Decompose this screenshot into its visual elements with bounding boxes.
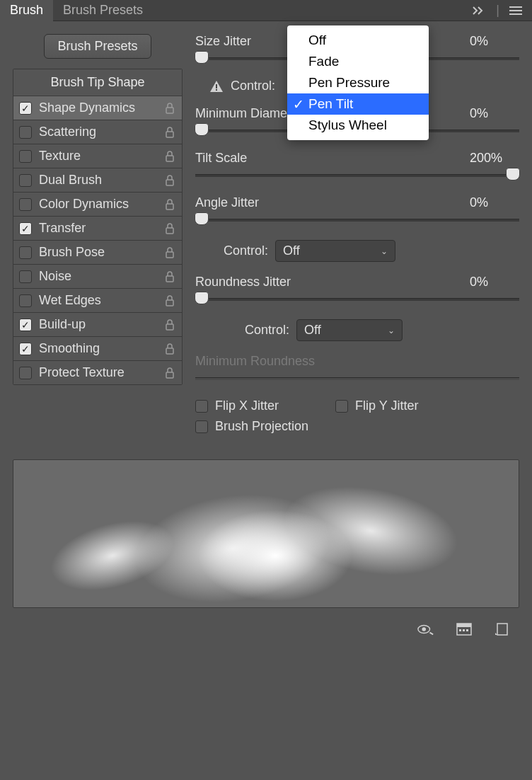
attr-label: Wet Edges [39,293,163,308]
attr-dual-brush[interactable]: Dual Brush [13,168,182,193]
svg-point-15 [422,627,426,631]
attr-label: Shape Dynamics [39,101,163,115]
checkbox-icon[interactable]: ✓ [19,319,32,331]
flip-x-jitter-checkbox[interactable]: Flip X Jitter [195,398,279,413]
min-roundness-label: Minimum Roundness [195,354,315,369]
attr-texture[interactable]: Texture [13,144,182,168]
svg-rect-3 [166,180,173,185]
lock-icon[interactable] [163,126,176,139]
min-diameter-value[interactable]: 0% [470,106,519,121]
attr-label: Noise [39,269,163,284]
attr-label: Color Dynamics [39,197,163,212]
checkbox-icon[interactable] [195,400,208,413]
checkbox-icon[interactable] [19,367,32,379]
lock-icon[interactable] [163,367,176,379]
attr-smoothing[interactable]: ✓ Smoothing [13,337,182,361]
lock-icon[interactable] [163,198,176,211]
angle-control-dropdown[interactable]: Off ⌄ [275,240,395,262]
checkbox-icon[interactable] [19,294,32,307]
menu-item-pen-tilt[interactable]: ✓Pen Tilt [287,93,429,115]
lock-icon[interactable] [163,222,176,235]
checkbox-icon[interactable] [195,420,208,433]
attr-label: Texture [39,149,163,164]
lock-icon[interactable] [163,319,176,331]
attr-wet-edges[interactable]: Wet Edges [13,289,182,313]
panel-tabs: Brush Brush Presets | [0,0,532,21]
checkbox-icon[interactable] [19,174,32,187]
checkbox-icon[interactable]: ✓ [19,343,32,355]
attr-color-dynamics[interactable]: Color Dynamics [13,193,182,217]
attr-build-up[interactable]: ✓ Build-up [13,313,182,337]
flip-y-jitter-checkbox[interactable]: Flip Y Jitter [335,398,418,413]
create-new-icon[interactable] [494,621,511,638]
tilt-scale-label: Tilt Scale [195,151,247,166]
checkbox-icon[interactable]: ✓ [19,102,32,115]
angle-jitter-label: Angle Jitter [195,195,259,210]
svg-rect-6 [166,252,173,258]
checkbox-icon[interactable]: ✓ [19,222,32,235]
attr-shape-dynamics[interactable]: ✓ Shape Dynamics [13,96,182,120]
attr-scattering[interactable]: Scattering [13,120,182,144]
attr-noise[interactable]: Noise [13,265,182,289]
menu-item-off[interactable]: Off [287,30,429,51]
svg-rect-1 [166,132,173,137]
roundness-jitter-value[interactable]: 0% [470,275,519,289]
checkbox-icon[interactable] [335,400,348,413]
panel-menu-icon[interactable] [509,6,522,16]
brush-presets-button[interactable]: Brush Presets [44,34,151,59]
checkbox-icon[interactable] [19,126,32,139]
brush-preview [13,459,519,608]
dropdown-value: Off [304,323,321,338]
angle-jitter-value[interactable]: 0% [470,195,519,210]
attr-label: Smoothing [39,341,163,356]
checkbox-icon[interactable] [19,150,32,163]
checkbox-icon[interactable] [19,270,32,283]
tab-brush-presets[interactable]: Brush Presets [53,0,153,21]
lock-icon[interactable] [163,270,176,283]
attr-protect-texture[interactable]: Protect Texture [13,361,182,384]
size-jitter-value[interactable]: 0% [470,34,519,49]
collapse-icon[interactable] [472,6,486,16]
roundness-jitter-slider[interactable] [195,292,519,306]
checkbox-icon[interactable] [19,246,32,259]
svg-rect-0 [166,108,173,113]
svg-rect-21 [497,624,507,635]
warning-icon [209,80,224,93]
lock-icon[interactable] [163,246,176,259]
menu-item-label: Pen Tilt [308,96,353,111]
tab-brush[interactable]: Brush [0,0,53,21]
flip-y-label: Flip Y Jitter [355,398,418,413]
dropdown-value: Off [283,243,300,258]
svg-rect-11 [166,372,173,378]
svg-rect-4 [166,204,173,210]
tilt-scale-slider[interactable] [195,168,519,183]
menu-item-stylus-wheel[interactable]: Stylus Wheel [287,115,429,136]
brush-projection-checkbox[interactable]: Brush Projection [195,419,519,434]
menu-item-fade[interactable]: Fade [287,51,429,72]
size-control-dropdown-menu[interactable]: Off Fade Pen Pressure ✓Pen Tilt Stylus W… [287,25,429,140]
checkbox-icon[interactable] [19,198,32,211]
brush-tip-shape-header[interactable]: Brush Tip Shape [13,69,182,96]
brush-attributes-list: Brush Tip Shape ✓ Shape Dynamics Scatter… [13,69,183,385]
svg-rect-8 [166,300,173,306]
min-roundness-slider [195,372,519,386]
lock-icon[interactable] [163,102,176,115]
angle-jitter-slider[interactable] [195,213,519,227]
lock-icon[interactable] [163,343,176,355]
menu-item-pen-pressure[interactable]: Pen Pressure [287,72,429,93]
chevron-down-icon: ⌄ [388,326,395,335]
svg-rect-13 [216,89,217,91]
attr-brush-pose[interactable]: Brush Pose [13,241,182,265]
lock-icon[interactable] [163,294,176,307]
size-jitter-label: Size Jitter [195,34,251,49]
lock-icon[interactable] [163,150,176,163]
toggle-preview-icon[interactable] [417,621,434,638]
attr-transfer[interactable]: ✓ Transfer [13,217,182,241]
chevron-down-icon: ⌄ [381,246,388,256]
lock-icon[interactable] [163,174,176,187]
svg-rect-10 [166,348,173,354]
roundness-control-dropdown[interactable]: Off ⌄ [296,319,403,341]
tilt-scale-value[interactable]: 200% [470,151,519,166]
new-preset-icon[interactable] [456,621,473,638]
min-diameter-label: Minimum Diameter [195,106,302,121]
